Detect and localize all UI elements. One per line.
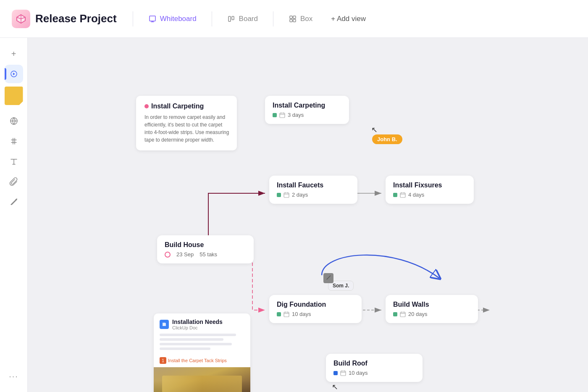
task-duration: 20 days [408, 311, 428, 317]
note-title: Install Carpeting [151, 103, 204, 110]
task-dot [277, 193, 281, 197]
whiteboard-tab-label: Whiteboard [160, 15, 197, 23]
svg-rect-13 [284, 193, 289, 197]
active-indicator [5, 68, 6, 80]
card-build-house[interactable]: Build House 23 Sep 55 taks [157, 235, 254, 263]
sidebar: + ··· [0, 38, 28, 392]
svg-rect-17 [341, 371, 346, 376]
tab-box[interactable]: Box [282, 11, 319, 26]
doc-line-2 [160, 338, 223, 341]
pencil-tool-icon [323, 273, 333, 283]
task-duration: 10 days [292, 311, 311, 317]
svg-rect-4 [290, 19, 292, 22]
tab-board[interactable]: Board [220, 11, 265, 26]
svg-rect-2 [290, 16, 292, 18]
doc-line-3 [160, 343, 232, 345]
task-card-dig-foundation[interactable]: Dig Foundation 10 days [269, 295, 362, 323]
doc-step-icon: 1 [160, 357, 166, 364]
house-tasks: 55 taks [200, 251, 217, 258]
task-card-install-carpeting[interactable]: Install Carpeting 3 days [265, 96, 349, 124]
svg-rect-3 [293, 16, 296, 18]
svg-rect-14 [400, 193, 405, 197]
cursor-2: ↖ [332, 382, 338, 392]
note-card-install-carpeting[interactable]: Install Carpeting In order to remove car… [136, 96, 237, 150]
sidebar-more-icon[interactable]: ··· [5, 367, 23, 385]
task-duration: 2 days [292, 192, 308, 198]
nav-divider-2 [212, 11, 212, 26]
top-nav: Release Project Whiteboard Board Box + A… [0, 0, 588, 38]
cursor-1: ↖ [371, 125, 378, 134]
doc-image [154, 367, 250, 392]
task-card-build-walls[interactable]: Build Walls 20 days [386, 295, 478, 323]
task-dot [393, 312, 397, 316]
canvas: Install Carpeting In order to remove car… [28, 38, 588, 392]
sidebar-draw-icon[interactable] [5, 192, 23, 211]
tab-whiteboard[interactable]: Whiteboard [142, 11, 203, 26]
doc-step-text: Install the Carpet Tack Strips [168, 358, 227, 363]
svg-rect-5 [293, 19, 296, 22]
task-dot [333, 371, 338, 375]
task-duration: 3 days [288, 112, 304, 118]
doc-subtitle: ClickUp Doc [172, 325, 223, 330]
svg-rect-16 [400, 312, 405, 317]
task-duration: 10 days [349, 370, 368, 376]
project-icon [12, 10, 30, 28]
box-tab-label: Box [300, 15, 312, 23]
task-title: Install Fixsures [393, 182, 466, 189]
duration-icon [284, 192, 289, 198]
doc-line-4 [160, 347, 210, 350]
sidebar-text-icon[interactable] [5, 152, 23, 171]
note-dot [144, 104, 149, 108]
sidebar-play-icon[interactable] [5, 65, 23, 83]
svg-rect-0 [228, 16, 231, 21]
doc-card-installation-needs[interactable]: Installation Needs ClickUp Doc 1 Install… [154, 313, 250, 392]
task-title: Build Walls [393, 301, 470, 308]
nav-divider-3 [273, 11, 273, 26]
task-title: Build Roof [333, 360, 415, 367]
sidebar-hash-icon[interactable] [5, 132, 23, 150]
task-card-install-fixtures[interactable]: Install Fixsures 4 days [386, 176, 474, 204]
add-view-label: + Add view [331, 15, 366, 23]
doc-icon [160, 320, 169, 329]
whiteboard-icon [148, 15, 157, 23]
add-view-button[interactable]: + Add view [324, 11, 373, 26]
task-dot [393, 193, 397, 197]
house-date: 23 Sep [176, 251, 194, 258]
sidebar-shape-tool[interactable] [5, 87, 23, 105]
duration-icon [284, 311, 289, 317]
user-badge-john: John B. [372, 134, 402, 144]
svg-rect-12 [280, 113, 285, 118]
svg-rect-1 [232, 16, 234, 20]
duration-icon [340, 370, 346, 376]
doc-title: Installation Needs [172, 318, 223, 325]
project-title: Release Project [35, 12, 117, 25]
note-body: In order to remove carpet easily and eff… [144, 113, 230, 144]
board-icon [227, 15, 236, 23]
duration-icon [400, 192, 406, 198]
duration-icon [400, 311, 406, 317]
duration-icon [279, 112, 285, 118]
task-card-build-roof[interactable]: Build Roof 10 days [326, 354, 423, 382]
doc-line-1 [160, 334, 236, 336]
sidebar-globe-icon[interactable] [5, 112, 23, 130]
box-icon [289, 15, 297, 23]
sidebar-attach-icon[interactable] [5, 172, 23, 191]
task-duration: 4 days [408, 192, 424, 198]
sidebar-add-icon[interactable]: + [5, 45, 23, 63]
task-title: Install Faucets [277, 182, 350, 189]
board-tab-label: Board [239, 15, 258, 23]
connections-svg [28, 38, 588, 392]
house-title: Build House [165, 241, 246, 249]
task-dot [273, 113, 277, 117]
task-dot [277, 312, 281, 316]
task-title: Dig Foundation [277, 301, 354, 308]
nav-divider-1 [133, 11, 133, 26]
status-circle [165, 252, 171, 258]
task-card-install-faucets[interactable]: Install Faucets 2 days [269, 176, 357, 204]
svg-rect-15 [284, 312, 289, 317]
task-title: Install Carpeting [273, 102, 341, 109]
